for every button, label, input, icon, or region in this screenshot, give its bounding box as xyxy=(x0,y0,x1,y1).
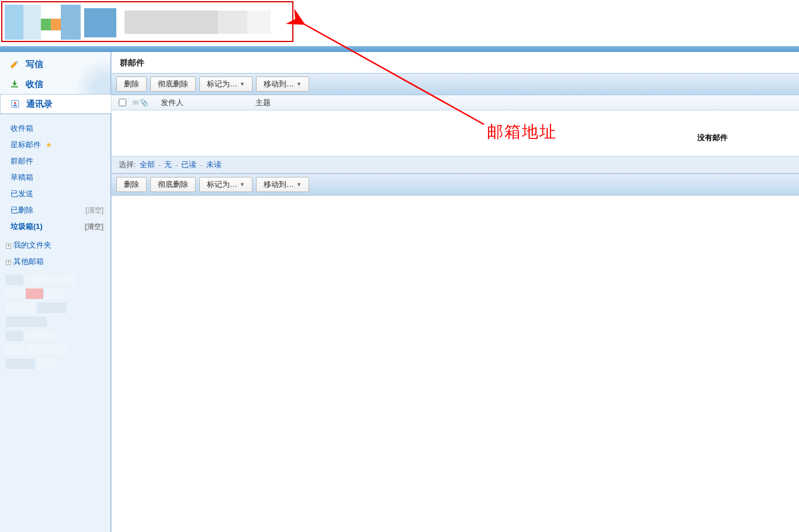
delete-button[interactable]: 删除 xyxy=(116,177,147,192)
folder-spam-clear[interactable]: [清空] xyxy=(85,222,103,232)
folder-deleted-label: 已删除 xyxy=(11,205,33,215)
column-sender[interactable]: 发件人 xyxy=(158,98,252,108)
myfolders-label: 我的文件夹 xyxy=(13,241,51,249)
select-unread-link[interactable]: 未读 xyxy=(206,159,222,170)
folder-sent[interactable]: 已发送 xyxy=(0,186,110,202)
select-all-cell[interactable] xyxy=(112,99,133,106)
message-list-empty xyxy=(112,110,799,156)
contacts-label: 通讯录 xyxy=(26,99,53,110)
sidebar-redacted xyxy=(0,270,110,377)
svg-point-2 xyxy=(14,102,16,105)
move-to-button[interactable]: 移动到…▼ xyxy=(256,177,309,192)
mark-as-button[interactable]: 标记为…▼ xyxy=(199,177,253,192)
folder-drafts[interactable]: 草稿箱 xyxy=(0,169,110,186)
compose-icon xyxy=(9,59,20,69)
attachment-icon: 📎 xyxy=(140,99,148,107)
mark-as-button[interactable]: 标记为…▼ xyxy=(199,77,253,92)
star-icon: ★ xyxy=(46,141,52,149)
chevron-down-icon: ▼ xyxy=(296,182,302,187)
folder-starred-label: 星标邮件 xyxy=(11,140,41,149)
move-to-button[interactable]: 移动到…▼ xyxy=(256,77,309,92)
select-all-checkbox[interactable] xyxy=(119,99,126,106)
sidebar-top-nav: 写信 收信 通讯录 xyxy=(0,52,110,114)
expand-icon: + xyxy=(6,260,11,265)
delete-forever-button[interactable]: 彻底删除 xyxy=(150,177,196,192)
folder-spam[interactable]: 垃圾箱(1) [清空] xyxy=(0,218,110,235)
svg-rect-0 xyxy=(11,86,18,88)
compose-button[interactable]: 写信 xyxy=(0,54,110,74)
header-redacted xyxy=(1,1,293,42)
chevron-down-icon: ▼ xyxy=(240,81,245,87)
delete-button[interactable]: 删除 xyxy=(116,77,147,92)
folder-group-othermail[interactable]: +其他邮箱 xyxy=(0,253,110,270)
toolbar-bottom: 删除 彻底删除 标记为…▼ 移动到…▼ xyxy=(112,173,799,196)
othermail-label: 其他邮箱 xyxy=(13,257,44,266)
delete-forever-button[interactable]: 彻底删除 xyxy=(150,77,196,92)
receive-button[interactable]: 收信 xyxy=(0,74,110,94)
toolbar-top: 删除 彻底删除 标记为…▼ 移动到…▼ xyxy=(112,73,799,95)
select-none-link[interactable]: 无 xyxy=(164,159,172,170)
page-title: 群邮件 xyxy=(112,52,799,73)
no-mail-text: 没有邮件 xyxy=(697,133,728,143)
select-bar: 选择: 全部- 无- 已读- 未读 xyxy=(112,156,799,173)
folder-list: 收件箱 星标邮件 ★ 群邮件 草稿箱 已发送 已删除 [清空] xyxy=(0,114,110,237)
chevron-down-icon: ▼ xyxy=(296,81,302,87)
contacts-icon xyxy=(10,99,20,109)
folder-group-myfolders[interactable]: +我的文件夹 xyxy=(0,237,110,253)
folder-deleted-clear[interactable]: [清空] xyxy=(85,206,103,215)
folder-drafts-label: 草稿箱 xyxy=(11,172,33,183)
select-label: 选择: xyxy=(119,159,136,170)
folder-sent-label: 已发送 xyxy=(11,189,33,199)
folder-deleted[interactable]: 已删除 [清空] xyxy=(0,202,110,218)
chevron-down-icon: ▼ xyxy=(240,182,245,187)
compose-label: 写信 xyxy=(26,59,43,70)
main-content: 群邮件 删除 彻底删除 标记为…▼ 移动到…▼ ✉ 📎 发件人 主题 选择: 全… xyxy=(111,52,799,532)
receive-icon xyxy=(9,79,20,89)
folder-inbox[interactable]: 收件箱 xyxy=(0,120,110,137)
receive-label: 收信 xyxy=(26,79,43,90)
sidebar: 写信 收信 通讯录 收件箱 星标邮件 ★ xyxy=(0,52,111,532)
select-all-link[interactable]: 全部 xyxy=(140,159,155,170)
contacts-button[interactable]: 通讯录 xyxy=(0,94,111,114)
folder-inbox-label: 收件箱 xyxy=(11,123,33,134)
folder-group[interactable]: 群邮件 xyxy=(0,153,110,169)
mail-icon: ✉ xyxy=(133,99,139,107)
folder-spam-label: 垃圾箱(1) xyxy=(11,221,43,232)
folder-group-label: 群邮件 xyxy=(11,156,33,166)
select-read-link[interactable]: 已读 xyxy=(181,159,196,170)
header-blue-band xyxy=(0,46,799,52)
expand-icon: + xyxy=(6,244,11,249)
column-header: ✉ 📎 发件人 主题 xyxy=(112,95,799,110)
column-icons: ✉ 📎 xyxy=(133,99,158,107)
column-subject[interactable]: 主题 xyxy=(252,98,799,108)
folder-starred[interactable]: 星标邮件 ★ xyxy=(0,137,110,153)
